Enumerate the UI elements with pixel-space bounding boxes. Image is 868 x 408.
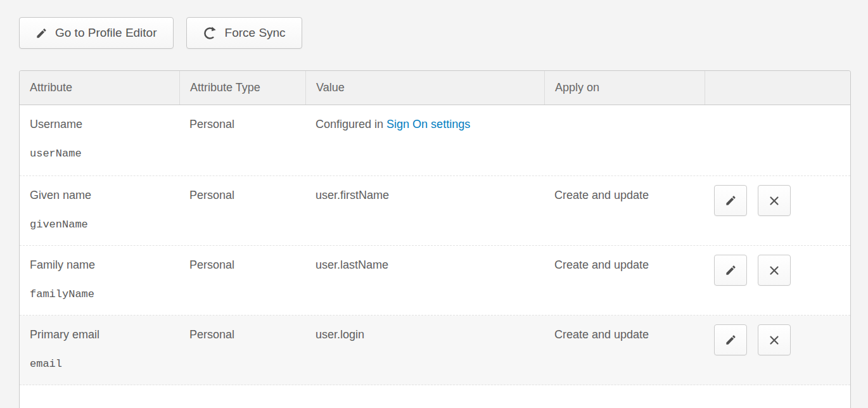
table-row-partial <box>20 385 850 408</box>
table-row: Primary emailemailPersonaluser.loginCrea… <box>20 316 850 385</box>
table-row: Given namegivenNamePersonaluser.firstNam… <box>20 176 850 246</box>
cell-apply-on <box>544 105 705 175</box>
force-sync-label: Force Sync <box>225 26 286 40</box>
go-to-profile-editor-button[interactable]: Go to Profile Editor <box>19 17 174 49</box>
cell-actions <box>705 176 850 245</box>
close-icon <box>769 265 780 276</box>
column-header-actions <box>705 71 850 105</box>
remove-attribute-button[interactable] <box>758 324 791 355</box>
column-header-attribute: Attribute <box>20 71 179 105</box>
close-icon <box>769 195 780 207</box>
table-header: Attribute Attribute Type Value Apply on <box>20 71 850 105</box>
cell-apply-on: Create and update <box>544 246 705 315</box>
cell-apply-on: Create and update <box>544 316 705 385</box>
column-header-value: Value <box>305 71 544 105</box>
cell-attribute: Primary emailemail <box>20 316 179 385</box>
edit-attribute-button[interactable] <box>714 324 747 355</box>
remove-attribute-button[interactable] <box>758 185 791 216</box>
sign-on-settings-link[interactable]: Sign On settings <box>386 118 470 131</box>
edit-attribute-button[interactable] <box>714 185 747 216</box>
cell-attribute: UsernameuserName <box>20 105 179 175</box>
cell-value: user.firstName <box>305 176 544 245</box>
cell-attribute-type: Personal <box>179 246 305 315</box>
cell-value: Configured in Sign On settings <box>305 105 544 175</box>
remove-attribute-button[interactable] <box>758 255 791 286</box>
attribute-label: Primary email <box>30 328 169 341</box>
go-to-profile-editor-label: Go to Profile Editor <box>55 26 157 40</box>
cell-attribute-type: Personal <box>179 316 305 385</box>
close-icon <box>769 335 780 346</box>
table-body: UsernameuserNamePersonalConfigured in Si… <box>20 105 850 385</box>
cell-attribute: Family namefamilyName <box>20 246 179 315</box>
cell-attribute-type: Personal <box>179 105 305 175</box>
pencil-icon <box>725 264 737 276</box>
attribute-label: Family name <box>30 258 169 272</box>
value-prefix-text: Configured in <box>316 118 386 131</box>
toolbar: Go to Profile Editor Force Sync <box>19 17 302 49</box>
cell-attribute: Given namegivenName <box>20 176 179 245</box>
cell-value: user.lastName <box>305 246 544 315</box>
attribute-label: Given name <box>30 189 169 202</box>
attribute-label: Username <box>30 118 169 131</box>
table-row: UsernameuserNamePersonalConfigured in Si… <box>20 105 850 176</box>
cell-actions <box>705 246 850 315</box>
cell-apply-on: Create and update <box>544 176 705 245</box>
cell-actions <box>705 105 850 175</box>
attribute-variable-name: givenName <box>30 219 169 231</box>
edit-attribute-button[interactable] <box>714 255 747 286</box>
cell-attribute-type: Personal <box>179 176 305 245</box>
attribute-variable-name: familyName <box>30 288 169 300</box>
column-header-apply-on: Apply on <box>544 71 705 105</box>
table-row: Family namefamilyNamePersonaluser.lastNa… <box>20 246 850 316</box>
attribute-variable-name: email <box>30 358 169 370</box>
cell-actions <box>705 316 850 385</box>
force-sync-button[interactable]: Force Sync <box>186 17 302 49</box>
sync-icon <box>203 26 217 41</box>
pencil-icon <box>725 334 737 346</box>
pencil-icon <box>725 194 737 207</box>
column-header-attribute-type: Attribute Type <box>179 71 305 105</box>
attribute-variable-name: userName <box>30 148 169 160</box>
pencil-icon <box>35 27 48 39</box>
cell-value: user.login <box>305 316 544 385</box>
attribute-mappings-table: Attribute Attribute Type Value Apply on … <box>19 70 851 408</box>
